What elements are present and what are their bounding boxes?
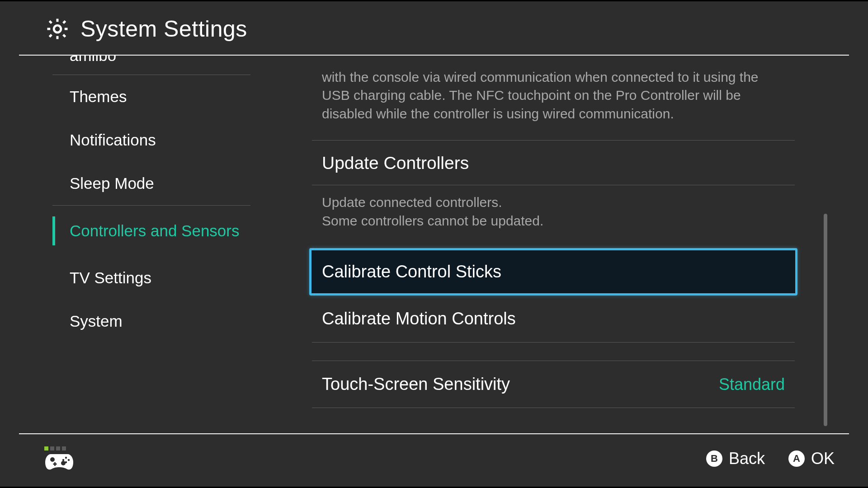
- footer-divider: [19, 433, 849, 434]
- player-indicator-dots: [44, 446, 74, 450]
- sidebar-item-tv-settings[interactable]: TV Settings: [52, 256, 272, 300]
- controller-indicator: [44, 446, 74, 471]
- svg-point-4: [68, 459, 70, 460]
- sidebar-item-system[interactable]: System: [52, 300, 272, 343]
- sidebar-item-sleep-mode[interactable]: Sleep Mode: [52, 162, 272, 205]
- svg-point-1: [50, 457, 55, 462]
- back-label: Back: [729, 449, 765, 468]
- sidebar-item-notifications[interactable]: Notifications: [52, 118, 272, 162]
- svg-rect-8: [53, 463, 57, 465]
- ok-label: OK: [811, 449, 835, 468]
- sidebar-item-controllers-sensors[interactable]: Controllers and Sensors: [52, 206, 272, 256]
- footer: B Back A OK: [19, 433, 849, 484]
- a-button-icon: A: [788, 450, 805, 467]
- svg-point-5: [65, 461, 67, 463]
- svg-point-2: [61, 461, 66, 465]
- content-divider: [312, 408, 795, 408]
- controller-icon: [44, 452, 74, 471]
- touch-sensitivity-value: Standard: [719, 375, 795, 394]
- touch-screen-sensitivity-option[interactable]: Touch-Screen Sensitivity Standard: [312, 361, 795, 408]
- scrollbar[interactable]: [824, 214, 827, 426]
- svg-point-3: [65, 456, 67, 458]
- svg-point-0: [54, 25, 61, 33]
- b-button-icon: B: [706, 450, 722, 467]
- calibrate-control-sticks-option[interactable]: Calibrate Control Sticks: [309, 248, 797, 296]
- update-controllers-title[interactable]: Update Controllers: [312, 141, 795, 185]
- ok-button[interactable]: A OK: [788, 449, 835, 468]
- sidebar-item-amiibo[interactable]: amiibo: [52, 56, 272, 75]
- update-controllers-description: Update connected controllers. Some contr…: [312, 185, 795, 230]
- gear-icon: [45, 17, 70, 41]
- wired-communication-description: with the console via wired communication…: [312, 68, 795, 123]
- sidebar: amiibo Themes Notifications Sleep Mode C…: [19, 56, 272, 434]
- header: System Settings: [19, 1, 849, 55]
- calibrate-motion-controls-option[interactable]: Calibrate Motion Controls: [312, 296, 795, 342]
- content-area: with the console via wired communication…: [272, 56, 849, 434]
- back-button[interactable]: B Back: [706, 449, 765, 468]
- svg-point-6: [62, 459, 64, 460]
- sidebar-item-themes[interactable]: Themes: [52, 75, 272, 118]
- page-title: System Settings: [80, 16, 247, 42]
